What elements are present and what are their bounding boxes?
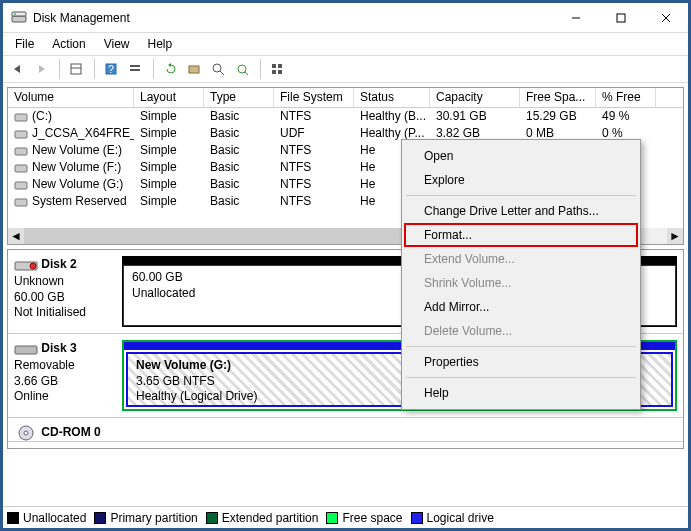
svg-point-16	[238, 65, 246, 73]
disk-icon	[14, 340, 38, 358]
cell-volume: J_CCSA_X64FRE_E...	[32, 126, 134, 140]
toolbar-list-icon[interactable]	[125, 58, 147, 80]
cell-fs: NTFS	[274, 159, 354, 176]
cell-volume: (C:)	[32, 109, 52, 123]
ctx-add-mirror[interactable]: Add Mirror...	[404, 295, 638, 319]
toolbar: ?	[3, 55, 688, 83]
col-type[interactable]: Type	[204, 88, 274, 107]
volume-row[interactable]: (C:)SimpleBasicNTFSHealthy (B...30.91 GB…	[8, 108, 683, 125]
svg-text:?: ?	[108, 64, 114, 75]
svg-line-15	[220, 71, 224, 75]
cell-type: Basic	[204, 176, 274, 193]
toolbar-settings-icon[interactable]	[267, 58, 289, 80]
forward-button[interactable]	[31, 58, 53, 80]
cell-volume: New Volume (F:)	[32, 160, 121, 174]
ctx-explore[interactable]: Explore	[404, 168, 638, 192]
refresh-icon[interactable]	[160, 58, 182, 80]
cell-layout: Simple	[134, 159, 204, 176]
col-free[interactable]: Free Spa...	[520, 88, 596, 107]
svg-rect-24	[15, 148, 27, 155]
scroll-right-icon[interactable]: ►	[667, 228, 683, 244]
svg-point-2	[14, 13, 16, 15]
cell-fs: NTFS	[274, 142, 354, 159]
svg-rect-23	[15, 131, 27, 138]
volume-icon	[14, 111, 28, 123]
volume-icon	[14, 145, 28, 157]
ctx-format[interactable]: Format...	[404, 223, 638, 247]
cell-fs: UDF	[274, 125, 354, 142]
legend-label: Logical drive	[427, 511, 494, 525]
cell-type: Basic	[204, 142, 274, 159]
menu-action[interactable]: Action	[44, 35, 93, 53]
toolbar-scan-icon[interactable]	[208, 58, 230, 80]
menu-help[interactable]: Help	[140, 35, 181, 53]
svg-rect-20	[272, 70, 276, 74]
help-icon[interactable]: ?	[101, 58, 123, 80]
toolbar-views-icon[interactable]	[66, 58, 88, 80]
disk-name: CD-ROM 0	[41, 425, 100, 439]
minimize-button[interactable]	[553, 3, 598, 32]
legend-label: Unallocated	[23, 511, 86, 525]
disk-kind: Removable	[14, 358, 75, 372]
svg-rect-18	[272, 64, 276, 68]
col-layout[interactable]: Layout	[134, 88, 204, 107]
col-capacity[interactable]: Capacity	[430, 88, 520, 107]
svg-rect-30	[15, 346, 37, 354]
svg-point-29	[30, 263, 36, 269]
disk-name: Disk 2	[41, 257, 76, 271]
svg-rect-27	[15, 199, 27, 206]
col-status[interactable]: Status	[354, 88, 430, 107]
segment-size: 60.00 GB	[132, 270, 183, 284]
cell-volume: New Volume (G:)	[32, 177, 123, 191]
cell-layout: Simple	[134, 125, 204, 142]
menu-file[interactable]: File	[7, 35, 42, 53]
maximize-button[interactable]	[598, 3, 643, 32]
toolbar-search-icon[interactable]	[232, 58, 254, 80]
menubar: File Action View Help	[3, 33, 688, 55]
close-button[interactable]	[643, 3, 688, 32]
cell-fs: NTFS	[274, 193, 354, 210]
disk-size: 3.66 GB	[14, 374, 58, 388]
col-volume[interactable]: Volume	[8, 88, 134, 107]
svg-rect-13	[189, 66, 199, 73]
scroll-left-icon[interactable]: ◄	[8, 228, 24, 244]
app-icon	[11, 10, 27, 26]
legend-label: Primary partition	[110, 511, 197, 525]
col-pctfree[interactable]: % Free	[596, 88, 656, 107]
legend-label: Free space	[342, 511, 402, 525]
col-filesystem[interactable]: File System	[274, 88, 354, 107]
svg-rect-0	[12, 16, 26, 22]
swatch-freespace	[326, 512, 338, 524]
toolbar-action-icon[interactable]	[184, 58, 206, 80]
swatch-logical	[411, 512, 423, 524]
cell-free: 15.29 GB	[520, 108, 596, 125]
cell-fs: NTFS	[274, 108, 354, 125]
back-button[interactable]	[7, 58, 29, 80]
ctx-properties[interactable]: Properties	[404, 350, 638, 374]
swatch-extended	[206, 512, 218, 524]
cell-type: Basic	[204, 159, 274, 176]
cell-type: Basic	[204, 108, 274, 125]
disk-name: Disk 3	[41, 341, 76, 355]
cell-status: Healthy (B...	[354, 108, 430, 125]
disk-icon	[14, 256, 38, 274]
cdrom-icon	[14, 424, 38, 442]
svg-rect-19	[278, 64, 282, 68]
disk-row[interactable]: CD-ROM 0	[8, 418, 683, 442]
cell-type: Basic	[204, 193, 274, 210]
cell-layout: Simple	[134, 108, 204, 125]
volume-icon	[14, 128, 28, 140]
cell-layout: Simple	[134, 193, 204, 210]
svg-point-32	[24, 431, 28, 435]
svg-rect-12	[130, 69, 140, 71]
disk-state: Online	[14, 389, 49, 403]
cell-capacity: 30.91 GB	[430, 108, 520, 125]
ctx-open[interactable]: Open	[404, 144, 638, 168]
window-title: Disk Management	[33, 11, 553, 25]
ctx-change-letter[interactable]: Change Drive Letter and Paths...	[404, 199, 638, 223]
segment-name: New Volume (G:)	[136, 358, 231, 372]
segment-state: Healthy (Logical Drive)	[136, 389, 257, 403]
menu-view[interactable]: View	[96, 35, 138, 53]
ctx-help[interactable]: Help	[404, 381, 638, 405]
legend-label: Extended partition	[222, 511, 319, 525]
